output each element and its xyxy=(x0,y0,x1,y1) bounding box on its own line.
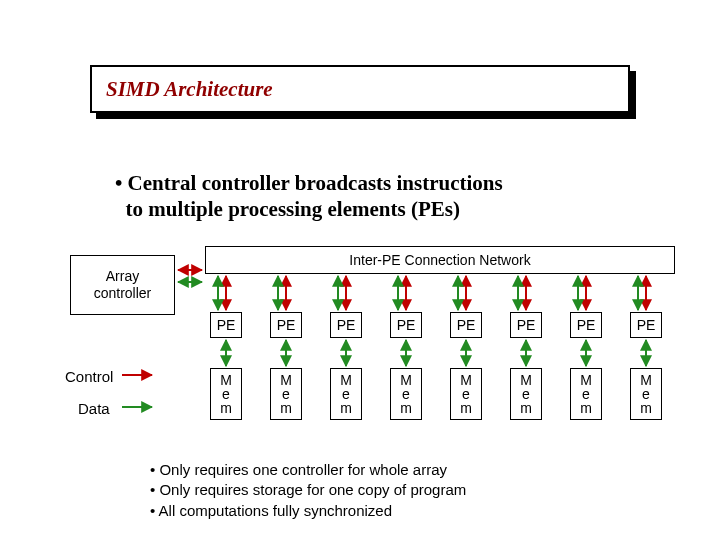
mem-box-1: M e m xyxy=(270,368,302,420)
mem-box-7: M e m xyxy=(630,368,662,420)
array-controller-box: Array controller xyxy=(70,255,175,315)
title-text: SIMD Architecture xyxy=(106,77,273,102)
pe-box-2: PE xyxy=(330,312,362,338)
mem-box-3: M e m xyxy=(390,368,422,420)
array-controller-label: Array controller xyxy=(94,268,152,302)
mem-box-4: M e m xyxy=(450,368,482,420)
pe-box-1: PE xyxy=(270,312,302,338)
mem-box-0: M e m xyxy=(210,368,242,420)
pe-box-0: PE xyxy=(210,312,242,338)
mem-box-6: M e m xyxy=(570,368,602,420)
simd-diagram: Array controller Inter-PE Connection Net… xyxy=(60,240,680,440)
pe-box-3: PE xyxy=(390,312,422,338)
mem-box-2: M e m xyxy=(330,368,362,420)
main-bullet-line1: • Central controller broadcasts instruct… xyxy=(115,171,503,195)
notes: • Only requires one controller for whole… xyxy=(150,460,466,521)
note-2: • All computations fully synchronized xyxy=(150,501,466,521)
pe-box-6: PE xyxy=(570,312,602,338)
legend-control: Control xyxy=(65,368,113,385)
pe-box-7: PE xyxy=(630,312,662,338)
note-0: • Only requires one controller for whole… xyxy=(150,460,466,480)
main-bullet: • Central controller broadcasts instruct… xyxy=(115,170,503,223)
pe-box-5: PE xyxy=(510,312,542,338)
inter-pe-label: Inter-PE Connection Network xyxy=(349,252,530,268)
legend-data: Data xyxy=(78,400,110,417)
note-1: • Only requires storage for one copy of … xyxy=(150,480,466,500)
inter-pe-box: Inter-PE Connection Network xyxy=(205,246,675,274)
mem-box-5: M e m xyxy=(510,368,542,420)
title-frame: SIMD Architecture xyxy=(90,65,630,113)
main-bullet-line2: to multiple processing elements (PEs) xyxy=(126,197,460,221)
pe-box-4: PE xyxy=(450,312,482,338)
